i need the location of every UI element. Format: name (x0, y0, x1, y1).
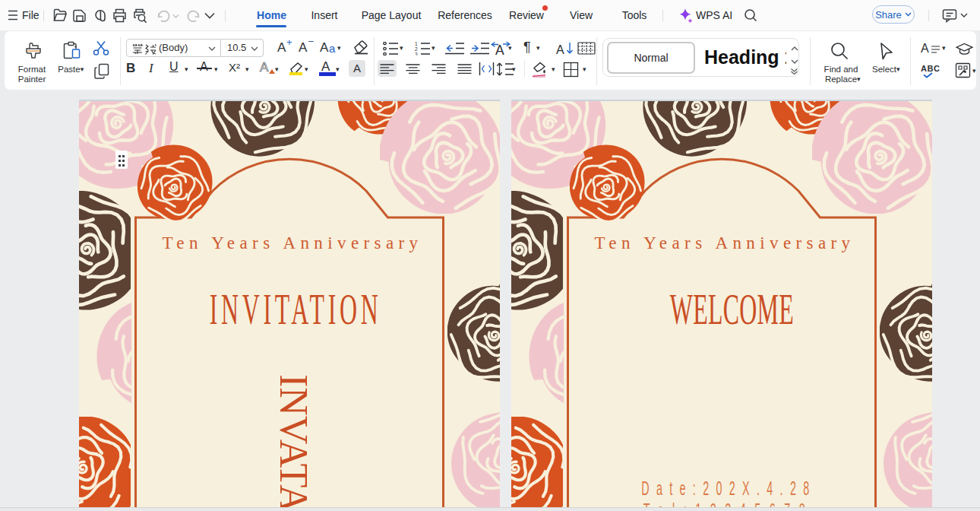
svg-text:A: A (556, 43, 564, 56)
svg-text:3: 3 (415, 52, 418, 56)
